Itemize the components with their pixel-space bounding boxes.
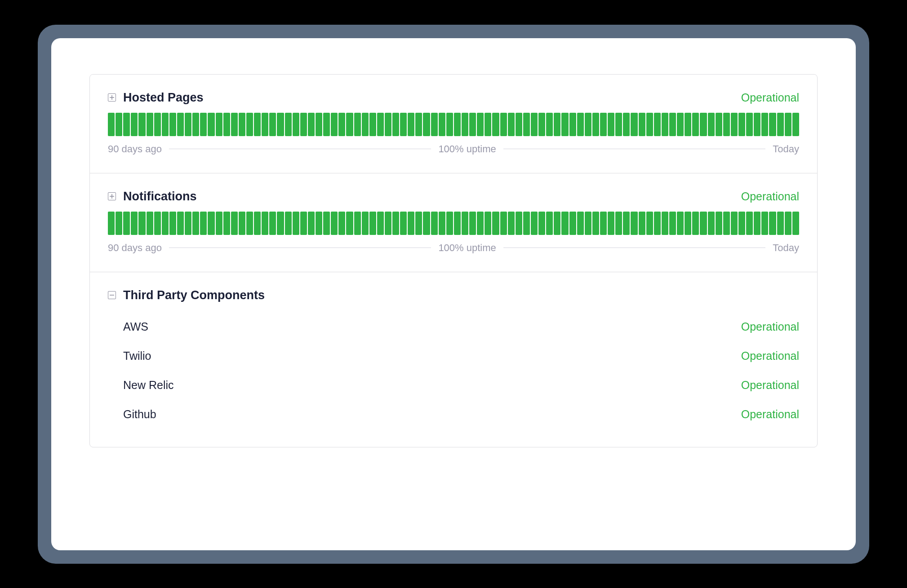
uptime-bar[interactable] — [577, 212, 584, 235]
uptime-bar[interactable] — [723, 113, 730, 136]
uptime-bar[interactable] — [523, 212, 530, 235]
uptime-bar[interactable] — [561, 212, 568, 235]
uptime-bar[interactable] — [293, 212, 299, 235]
uptime-bar[interactable] — [131, 212, 138, 235]
uptime-bar[interactable] — [147, 113, 153, 136]
uptime-bar[interactable] — [431, 113, 438, 136]
uptime-bar[interactable] — [400, 212, 407, 235]
uptime-bar[interactable] — [708, 113, 715, 136]
uptime-bar[interactable] — [761, 113, 768, 136]
uptime-bar[interactable] — [439, 113, 445, 136]
uptime-bar[interactable] — [677, 113, 684, 136]
uptime-bar[interactable] — [446, 212, 453, 235]
uptime-bar[interactable] — [116, 113, 122, 136]
uptime-bar[interactable] — [531, 113, 538, 136]
uptime-bar[interactable] — [354, 113, 361, 136]
uptime-bar[interactable] — [508, 113, 515, 136]
uptime-bar[interactable] — [692, 113, 699, 136]
uptime-bar[interactable] — [792, 212, 799, 235]
uptime-bar[interactable] — [239, 212, 245, 235]
uptime-bar[interactable] — [208, 113, 214, 136]
uptime-bar[interactable] — [554, 113, 560, 136]
uptime-bar[interactable] — [685, 113, 691, 136]
uptime-bar[interactable] — [277, 113, 284, 136]
uptime-bar[interactable] — [569, 212, 576, 235]
uptime-bar[interactable] — [208, 212, 214, 235]
uptime-bar[interactable] — [346, 212, 353, 235]
uptime-bar[interactable] — [385, 113, 391, 136]
uptime-bar[interactable] — [423, 212, 430, 235]
uptime-bar[interactable] — [385, 212, 391, 235]
uptime-bar[interactable] — [231, 212, 238, 235]
uptime-bar[interactable] — [731, 212, 738, 235]
uptime-bar[interactable] — [169, 113, 176, 136]
uptime-bar[interactable] — [477, 113, 484, 136]
uptime-bar[interactable] — [516, 212, 522, 235]
uptime-bar[interactable] — [700, 113, 707, 136]
uptime-bar[interactable] — [615, 212, 622, 235]
uptime-bar[interactable] — [608, 113, 614, 136]
uptime-bar[interactable] — [338, 212, 345, 235]
expand-plus-icon[interactable] — [108, 192, 116, 200]
uptime-bar[interactable] — [631, 212, 637, 235]
uptime-bar[interactable] — [462, 212, 468, 235]
uptime-bar[interactable] — [415, 212, 422, 235]
uptime-bar[interactable] — [569, 113, 576, 136]
uptime-bar[interactable] — [223, 212, 230, 235]
uptime-bar[interactable] — [154, 212, 161, 235]
uptime-bar[interactable] — [262, 212, 268, 235]
uptime-bar[interactable] — [554, 212, 560, 235]
uptime-bar[interactable] — [600, 212, 607, 235]
uptime-bar[interactable] — [754, 113, 760, 136]
uptime-bar[interactable] — [331, 113, 338, 136]
uptime-bar[interactable] — [639, 113, 645, 136]
uptime-bar[interactable] — [377, 113, 384, 136]
uptime-bar[interactable] — [108, 113, 115, 136]
uptime-bar[interactable] — [785, 113, 791, 136]
uptime-bar[interactable] — [362, 113, 369, 136]
uptime-bar[interactable] — [431, 212, 438, 235]
uptime-bar[interactable] — [492, 212, 499, 235]
uptime-bar[interactable] — [177, 113, 184, 136]
uptime-bar[interactable] — [131, 113, 138, 136]
uptime-bar[interactable] — [423, 113, 430, 136]
uptime-bar[interactable] — [500, 212, 507, 235]
uptime-bar[interactable] — [669, 113, 676, 136]
uptime-bar[interactable] — [692, 212, 699, 235]
uptime-bar[interactable] — [585, 113, 591, 136]
uptime-bar[interactable] — [369, 113, 376, 136]
uptime-bar[interactable] — [777, 212, 784, 235]
uptime-bar[interactable] — [492, 113, 499, 136]
uptime-bar[interactable] — [485, 212, 491, 235]
uptime-bar[interactable] — [269, 113, 276, 136]
uptime-bar[interactable] — [700, 212, 707, 235]
uptime-bar[interactable] — [354, 212, 361, 235]
uptime-bar[interactable] — [246, 113, 253, 136]
uptime-bar[interactable] — [561, 113, 568, 136]
uptime-bar[interactable] — [316, 212, 322, 235]
uptime-bar[interactable] — [646, 212, 653, 235]
uptime-bar[interactable] — [654, 113, 661, 136]
uptime-bar[interactable] — [623, 212, 630, 235]
uptime-bar[interactable] — [469, 113, 476, 136]
uptime-bar[interactable] — [162, 212, 169, 235]
uptime-bar[interactable] — [439, 212, 445, 235]
uptime-bar[interactable] — [277, 212, 284, 235]
uptime-bar[interactable] — [731, 113, 738, 136]
uptime-bar[interactable] — [646, 113, 653, 136]
uptime-bar[interactable] — [223, 113, 230, 136]
uptime-bar[interactable] — [577, 113, 584, 136]
uptime-bar[interactable] — [123, 212, 130, 235]
uptime-bar[interactable] — [538, 212, 545, 235]
uptime-bar[interactable] — [769, 113, 776, 136]
uptime-bar[interactable] — [116, 212, 122, 235]
uptime-bar[interactable] — [415, 113, 422, 136]
uptime-bar[interactable] — [454, 113, 461, 136]
uptime-bar[interactable] — [392, 113, 399, 136]
uptime-bar[interactable] — [316, 113, 322, 136]
uptime-bar[interactable] — [192, 212, 199, 235]
uptime-bar[interactable] — [408, 212, 414, 235]
uptime-bar[interactable] — [369, 212, 376, 235]
uptime-bar[interactable] — [177, 212, 184, 235]
uptime-bar[interactable] — [392, 212, 399, 235]
